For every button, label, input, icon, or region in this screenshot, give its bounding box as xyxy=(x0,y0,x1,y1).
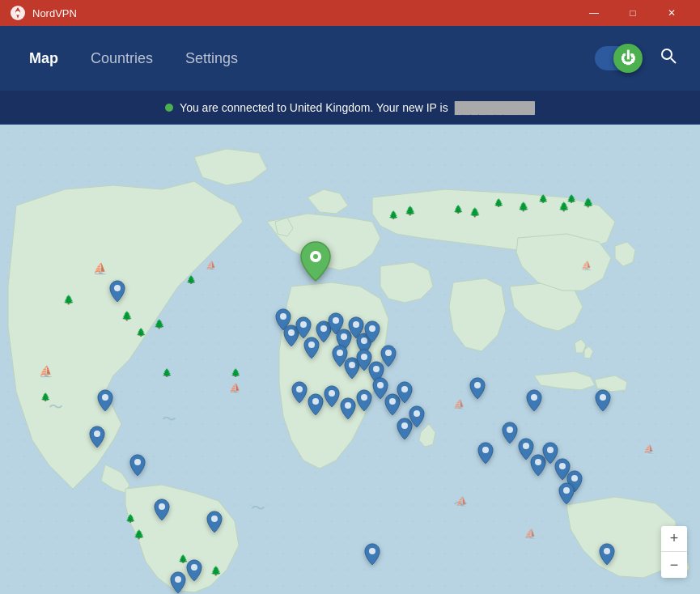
svg-point-82 xyxy=(389,398,396,405)
svg-point-97 xyxy=(600,394,606,401)
svg-text:🌲: 🌲 xyxy=(518,201,529,212)
svg-text:⛵: ⛵ xyxy=(206,260,217,271)
status-ip: ██████████ xyxy=(455,101,535,114)
nav-links: Map Countries Settings xyxy=(16,44,251,74)
svg-text:⛵: ⛵ xyxy=(524,528,537,540)
svg-text:〜: 〜 xyxy=(251,500,265,516)
svg-text:⛵: ⛵ xyxy=(456,495,468,507)
svg-point-60 xyxy=(211,516,218,522)
pin-sea1[interactable] xyxy=(501,422,519,444)
svg-line-3 xyxy=(671,58,676,63)
svg-text:⛵: ⛵ xyxy=(581,260,592,271)
svg-text:🌲: 🌲 xyxy=(538,193,549,204)
svg-text:🌲: 🌲 xyxy=(136,327,146,337)
pin-eu23[interactable] xyxy=(396,381,414,404)
svg-point-92 xyxy=(547,447,554,453)
svg-text:🌲: 🌲 xyxy=(162,367,172,378)
svg-text:🌲: 🌲 xyxy=(210,565,222,576)
vpn-toggle[interactable]: ⏻ xyxy=(595,46,640,70)
minimize-button[interactable]: — xyxy=(575,0,613,26)
search-icon xyxy=(660,47,677,65)
map-area: 〜 〜 〜 〜 〜 〜 〜 〜 〜 ⛵ ⛵ ⛵ ⛵ ⛵ ⛵ ⛵ ⛵ ⛵ ⛵ ⛵ … xyxy=(0,125,700,594)
maximize-button[interactable]: □ xyxy=(614,0,651,26)
pin-eu19[interactable] xyxy=(339,397,357,420)
pin-russia[interactable] xyxy=(469,377,486,400)
svg-point-88 xyxy=(482,447,489,453)
pin-me2[interactable] xyxy=(408,405,426,428)
pin-eu3[interactable] xyxy=(295,316,312,339)
svg-point-86 xyxy=(414,410,420,417)
search-button[interactable] xyxy=(653,44,684,73)
pin-us-w[interactable] xyxy=(108,280,126,303)
power-icon: ⏻ xyxy=(621,50,635,67)
pin-sa-s1[interactable] xyxy=(185,559,203,582)
svg-text:🌲: 🌲 xyxy=(566,193,577,204)
pin-sea7[interactable] xyxy=(558,482,575,505)
svg-text:🌲: 🌲 xyxy=(125,513,136,524)
pin-brazil[interactable] xyxy=(206,511,223,533)
svg-point-89 xyxy=(507,426,513,433)
pin-au1[interactable] xyxy=(598,543,616,566)
svg-text:🌲: 🌲 xyxy=(388,210,399,220)
svg-point-95 xyxy=(563,487,570,494)
pin-africa[interactable] xyxy=(363,543,381,566)
pin-china[interactable] xyxy=(525,389,543,412)
svg-point-71 xyxy=(337,350,343,356)
svg-point-72 xyxy=(349,362,355,368)
svg-point-1 xyxy=(16,11,20,15)
pin-japan[interactable] xyxy=(594,389,612,412)
svg-point-65 xyxy=(320,325,327,332)
pin-eu10[interactable] xyxy=(363,320,381,343)
svg-point-57 xyxy=(159,503,165,510)
toggle-track[interactable]: ⏻ xyxy=(595,46,640,70)
pin-eu16[interactable] xyxy=(291,381,308,404)
svg-point-53 xyxy=(114,285,121,291)
svg-point-66 xyxy=(333,317,339,324)
pin-sa-s2[interactable] xyxy=(169,571,187,594)
svg-point-77 xyxy=(312,398,319,405)
svg-point-63 xyxy=(300,321,307,328)
statusbar: You are connected to United Kingdom. You… xyxy=(0,91,700,125)
pin-sa-n[interactable] xyxy=(153,499,171,521)
svg-point-87 xyxy=(474,382,481,388)
pin-us-e[interactable] xyxy=(96,389,114,412)
nav-countries[interactable]: Countries xyxy=(78,44,166,74)
svg-point-70 xyxy=(369,325,375,332)
pin-us-s[interactable] xyxy=(88,426,106,448)
zoom-out-button[interactable]: − xyxy=(661,552,687,578)
app-logo xyxy=(10,5,26,21)
svg-point-96 xyxy=(531,394,537,401)
svg-text:🌲: 🌲 xyxy=(134,528,145,540)
pin-india[interactable] xyxy=(477,442,494,465)
toggle-thumb: ⏻ xyxy=(613,44,643,73)
svg-text:🌲: 🌲 xyxy=(469,206,481,218)
svg-text:🌲: 🌲 xyxy=(154,318,165,329)
pin-canada[interactable] xyxy=(129,454,146,477)
svg-text:🌲: 🌲 xyxy=(40,392,51,402)
svg-point-67 xyxy=(341,333,347,340)
svg-point-85 xyxy=(401,422,408,429)
svg-text:⛵: ⛵ xyxy=(93,262,108,276)
zoom-in-button[interactable]: + xyxy=(661,526,687,552)
svg-point-94 xyxy=(571,475,578,482)
svg-point-59 xyxy=(175,576,181,583)
nav-settings[interactable]: Settings xyxy=(172,44,251,74)
svg-text:⛵: ⛵ xyxy=(39,365,53,379)
svg-text:🌲: 🌲 xyxy=(186,274,197,285)
pin-eu15[interactable] xyxy=(380,345,397,367)
svg-point-83 xyxy=(401,386,408,392)
svg-point-73 xyxy=(361,354,367,360)
svg-point-55 xyxy=(94,431,100,437)
navbar: Map Countries Settings ⏻ xyxy=(0,26,700,91)
svg-point-62 xyxy=(288,329,295,336)
svg-text:🌲: 🌲 xyxy=(583,197,594,208)
pin-eu20[interactable] xyxy=(355,389,373,412)
svg-text:🌲: 🌲 xyxy=(405,205,416,216)
close-button[interactable]: ✕ xyxy=(653,0,690,26)
pin-eu18[interactable] xyxy=(323,385,341,408)
pin-eu17[interactable] xyxy=(307,393,325,416)
svg-text:🌲: 🌲 xyxy=(121,310,133,321)
svg-point-79 xyxy=(345,402,351,409)
pin-uk[interactable] xyxy=(299,240,333,282)
nav-map[interactable]: Map xyxy=(16,44,71,74)
